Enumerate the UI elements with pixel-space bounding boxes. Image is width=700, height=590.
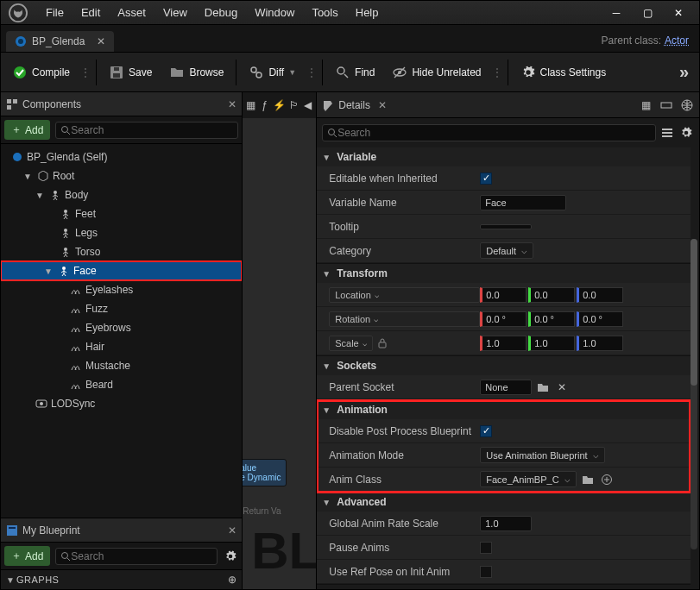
tree-item-eyelashes[interactable]: Eyelashes [1, 280, 242, 299]
section-variable[interactable]: ▼Variable [317, 148, 691, 166]
bookmark-icon[interactable]: 🏳 [289, 97, 300, 114]
location-x-field[interactable]: 0.0 [480, 287, 527, 303]
grid-icon[interactable]: ▦ [246, 97, 255, 114]
graph-viewport[interactable]: ▦ ƒ ⚡ 🏳 ◀ alue e Dynamic Return Va BL [243, 92, 316, 589]
tree-item-face[interactable]: ▼ Face [1, 261, 242, 280]
anim-mode-dropdown[interactable]: Use Animation Blueprint⌵ [480, 447, 604, 463]
rotation-x-field[interactable]: 0.0 ° [480, 311, 527, 327]
myblueprint-search-input[interactable] [71, 550, 212, 562]
tree-item-root[interactable]: ▼ Root [1, 166, 242, 185]
menu-window[interactable]: Window [246, 6, 303, 19]
function-icon[interactable]: ƒ [260, 97, 269, 114]
back-icon[interactable]: ◀ [303, 97, 312, 114]
details-close-icon[interactable]: ✕ [378, 99, 387, 111]
toolbar-icon2[interactable] [658, 97, 675, 114]
add-graph-icon[interactable]: ⊕ [228, 574, 236, 586]
browse-button[interactable]: Browse [161, 60, 231, 85]
graph-node-preview[interactable]: alue e Dynamic [243, 459, 287, 486]
class-settings-button[interactable]: Class Settings [513, 60, 615, 85]
expander-icon[interactable]: ▼ [35, 191, 46, 200]
browse-socket-icon[interactable] [535, 380, 551, 395]
pause-anims-checkbox[interactable] [480, 542, 492, 554]
tree-item-lodsync[interactable]: LODSync [1, 394, 242, 413]
location-y-field[interactable]: 0.0 [528, 287, 575, 303]
section-sockets[interactable]: ▼Sockets [317, 356, 691, 375]
menu-edit[interactable]: Edit [73, 6, 109, 19]
details-settings-icon[interactable] [678, 125, 694, 141]
components-close-icon[interactable]: ✕ [228, 98, 236, 110]
components-search-input[interactable] [71, 124, 233, 136]
variable-name-field[interactable]: Face [480, 195, 566, 210]
tree-item-self[interactable]: BP_Glenda (Self) [1, 148, 242, 166]
category-dropdown[interactable]: Default⌵ [480, 242, 533, 259]
details-search[interactable] [322, 124, 656, 141]
rotation-z-field[interactable]: 0.0 ° [577, 311, 623, 327]
tree-item-feet[interactable]: Feet [1, 204, 242, 223]
tree-item-mustache[interactable]: Mustache [1, 356, 242, 375]
diff-options[interactable]: ⋮ [306, 66, 318, 78]
compile-button[interactable]: Compile [4, 60, 78, 85]
location-mode-button[interactable]: Location ⌵ [329, 287, 480, 303]
section-animation[interactable]: ▼Animation [317, 400, 691, 419]
tree-item-legs[interactable]: Legs [1, 223, 242, 242]
maximize-button[interactable]: ▢ [632, 3, 663, 22]
tree-item-beard[interactable]: Beard [1, 375, 242, 394]
rotation-y-field[interactable]: 0.0 ° [528, 311, 575, 327]
tree-item-hair[interactable]: Hair [1, 337, 242, 356]
menu-view[interactable]: View [155, 6, 196, 19]
rotation-mode-button[interactable]: Rotation ⌵ [329, 311, 480, 327]
details-list-icon[interactable] [659, 125, 675, 141]
menu-tools[interactable]: Tools [303, 6, 346, 19]
components-search[interactable] [55, 122, 238, 139]
location-z-field[interactable]: 0.0 [577, 287, 623, 303]
tab-bp-glenda[interactable]: BP_Glenda ✕ [6, 31, 114, 52]
tree-item-body[interactable]: ▼ Body [1, 185, 242, 204]
find-button[interactable]: Find [327, 60, 382, 85]
clear-socket-icon[interactable]: ✕ [554, 380, 570, 395]
close-window-button[interactable]: ✕ [663, 3, 694, 22]
menu-help[interactable]: Help [347, 6, 388, 19]
expander-icon[interactable]: ▼ [6, 575, 16, 585]
tree-item-torso[interactable]: Torso [1, 242, 242, 261]
hide-unrelated-button[interactable]: Hide Unrelated [384, 60, 489, 85]
myblueprint-settings-icon[interactable] [223, 549, 238, 564]
section-transform[interactable]: ▼Transform [317, 264, 691, 283]
global-rate-field[interactable]: 1.0 [480, 516, 532, 531]
minimize-button[interactable]: ─ [601, 3, 632, 22]
hide-unrelated-options[interactable]: ⋮ [491, 66, 503, 78]
disable-pp-checkbox[interactable] [480, 425, 492, 437]
lightning-icon[interactable]: ⚡ [273, 97, 286, 114]
myblueprint-search[interactable] [55, 548, 218, 565]
scale-z-field[interactable]: 1.0 [577, 336, 623, 351]
details-search-input[interactable] [337, 127, 651, 139]
section-advanced[interactable]: ▼Advanced [317, 493, 691, 512]
expander-icon[interactable]: ▼ [44, 267, 54, 276]
myblueprint-close-icon[interactable]: ✕ [228, 524, 236, 537]
anim-class-dropdown[interactable]: Face_AnimBP_C⌵ [480, 471, 576, 487]
tooltip-field[interactable] [480, 224, 532, 229]
scrollbar-thumb[interactable] [691, 239, 697, 386]
tree-item-eyebrows[interactable]: Eyebrows [1, 318, 242, 337]
expander-icon[interactable]: ▼ [23, 172, 34, 181]
details-scrollbar[interactable] [691, 239, 697, 549]
add-blueprint-button[interactable]: ＋ Add [4, 546, 50, 566]
menu-asset[interactable]: Asset [109, 6, 155, 19]
scale-x-field[interactable]: 1.0 [480, 336, 527, 351]
return-value-pin[interactable]: Return Va [243, 506, 281, 516]
editable-inherited-checkbox[interactable] [480, 173, 492, 185]
parent-class-link[interactable]: Actor [665, 35, 689, 47]
scale-mode-button[interactable]: Scale ⌵ [329, 336, 373, 351]
add-component-button[interactable]: ＋ Add [4, 120, 50, 140]
scale-y-field[interactable]: 1.0 [528, 336, 575, 351]
diff-button[interactable]: Diff ▼ [241, 60, 304, 85]
use-ref-pose-checkbox[interactable] [480, 566, 492, 578]
toolbar-overflow[interactable]: » [672, 59, 696, 85]
graphs-header[interactable]: ▼ GRAPHS ⊕ [1, 570, 242, 589]
grid-layout-icon[interactable]: ▦ [637, 97, 654, 114]
globe-icon[interactable] [678, 97, 696, 114]
save-button[interactable]: Save [101, 60, 160, 85]
menu-file[interactable]: File [37, 6, 73, 19]
compile-options[interactable]: ⋮ [79, 66, 91, 78]
menu-debug[interactable]: Debug [196, 6, 246, 19]
tab-close-icon[interactable]: ✕ [97, 35, 105, 47]
